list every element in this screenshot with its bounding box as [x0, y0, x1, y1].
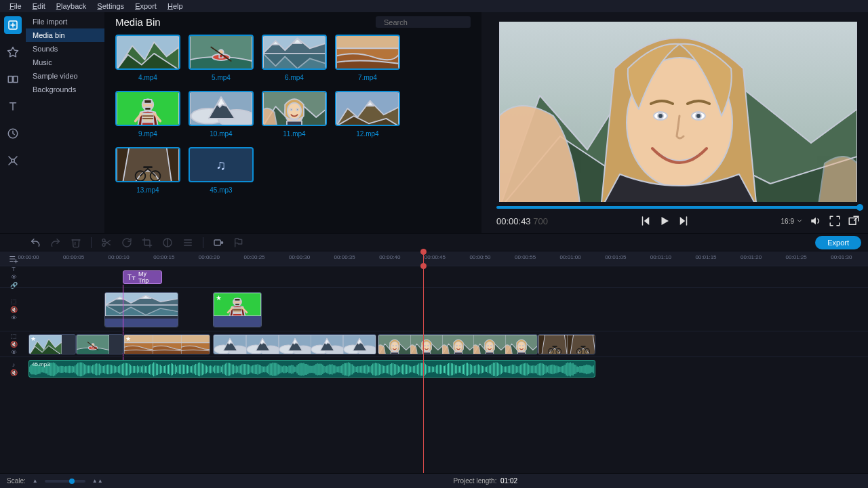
track-header[interactable]: ♪🔇 [0, 357, 27, 380]
preview-seekbar[interactable] [496, 206, 860, 209]
svg-rect-173 [486, 352, 494, 354]
svg-rect-30 [336, 35, 399, 48]
category-item[interactable]: Music [26, 56, 104, 69]
svg-line-12 [9, 162, 12, 165]
zoom-slider[interactable] [45, 480, 85, 483]
aspect-ratio-select[interactable]: 16:9 [781, 218, 803, 225]
next-frame-button[interactable] [677, 215, 690, 227]
playhead[interactable] [423, 266, 424, 473]
overlay-clip[interactable] [104, 292, 178, 327]
time-ruler[interactable]: 00:00:0000:00:0500:00:1000:00:1500:00:20… [27, 251, 868, 266]
volume-icon[interactable] [810, 215, 822, 227]
status-bar: Scale: ▲ ▲▲ Project length: 01:02 [0, 473, 868, 488]
clip-label: 7.mp4 [358, 74, 377, 81]
timeline-toolbar: Export [0, 233, 868, 251]
ruler-tick: 00:01:00 [555, 254, 585, 260]
media-clip[interactable]: 7.mp4 [335, 35, 400, 81]
video-clip[interactable] [213, 334, 376, 354]
svg-rect-4 [8, 77, 12, 83]
video-clip[interactable] [76, 334, 123, 354]
category-item[interactable]: Sample video [26, 69, 104, 83]
svg-marker-3 [8, 47, 18, 57]
ruler-tick: 00:00:30 [285, 254, 315, 260]
svg-line-11 [14, 157, 17, 159]
fullscreen-icon[interactable] [829, 215, 841, 227]
clip-label: 5.mp4 [212, 74, 231, 81]
video-thumb [262, 35, 327, 70]
category-item[interactable]: Sounds [26, 42, 104, 56]
play-button[interactable] [658, 215, 671, 227]
media-clip[interactable]: 9.mp4 [115, 91, 180, 138]
audio-clip[interactable]: 45.mp3 [28, 360, 595, 378]
clip-label: 4.mp4 [138, 74, 157, 81]
svg-rect-50 [287, 121, 302, 126]
search-box[interactable]: ✕ [376, 16, 471, 28]
import-icon[interactable] [4, 16, 22, 34]
menu-settings[interactable]: Settings [93, 2, 128, 10]
redo-icon[interactable] [50, 237, 61, 248]
audio-clip-label: 45.mp3 [32, 361, 50, 367]
export-button[interactable]: Export [815, 236, 861, 249]
media-clip[interactable]: 12.mp4 [335, 91, 400, 138]
detach-preview-icon[interactable] [848, 215, 860, 227]
zoom-out-icon[interactable]: ▲ [33, 478, 38, 484]
overlay-clip[interactable]: ★ [213, 292, 262, 327]
titles-icon[interactable] [4, 98, 22, 115]
track-header[interactable]: T👁🔗 [0, 266, 27, 287]
ruler-tick: 00:00:00 [14, 254, 43, 260]
record-icon[interactable] [213, 237, 224, 248]
menu-help[interactable]: Help [163, 2, 187, 10]
svg-rect-35 [144, 107, 151, 110]
ruler-tick: 00:00:05 [59, 254, 89, 260]
media-clip[interactable]: 10.mp4 [189, 91, 254, 138]
category-item[interactable]: File import [26, 15, 104, 28]
svg-rect-103 [235, 304, 240, 306]
category-item[interactable]: Backgrounds [26, 83, 104, 96]
clip-props-icon[interactable] [182, 237, 193, 248]
marker-icon[interactable] [233, 237, 244, 248]
svg-rect-117 [153, 335, 181, 343]
text-icon: Tᴛ [127, 274, 136, 281]
zoom-in-icon[interactable]: ▲▲ [92, 478, 103, 484]
menu-playback[interactable]: Playback [52, 2, 91, 10]
video-thumb [189, 35, 254, 70]
search-input[interactable] [384, 18, 477, 26]
media-clip[interactable]: 11.mp4 [262, 91, 327, 138]
menu-file[interactable]: File [5, 2, 26, 10]
timeline: T👁🔗⬚🔇👁⬚🔇👁♪🔇 TᴛMy Trip★★★ 45.mp3 [0, 266, 868, 473]
media-clip[interactable]: 6.mp4 [262, 35, 327, 81]
menu-edit[interactable]: Edit [28, 2, 50, 10]
clip-label: 6.mp4 [285, 74, 304, 81]
video-clip[interactable] [378, 334, 538, 354]
stickers-icon[interactable] [4, 125, 22, 142]
video-clip[interactable]: ★ [28, 334, 76, 354]
media-clip[interactable]: 13.mp4 [115, 147, 180, 194]
svg-point-165 [459, 345, 460, 346]
delete-icon[interactable] [71, 237, 81, 248]
media-clip[interactable]: 4.mp4 [115, 35, 180, 81]
split-icon[interactable] [101, 237, 112, 248]
media-clip[interactable]: 5.mp4 [189, 35, 254, 81]
category-item[interactable]: Media bin [26, 28, 104, 42]
video-thumb [335, 35, 400, 70]
video-clip[interactable] [538, 334, 595, 354]
transitions-icon[interactable] [4, 70, 22, 88]
svg-rect-5 [14, 77, 18, 83]
timeline-tracks[interactable]: TᴛMy Trip★★★ 45.mp3 [27, 266, 868, 473]
crop-icon[interactable] [142, 237, 153, 248]
undo-icon[interactable] [30, 237, 41, 248]
video-clip[interactable]: ★ [123, 334, 210, 354]
menu-export[interactable]: Export [131, 2, 161, 10]
svg-point-68 [658, 113, 663, 119]
ruler-tick: 00:00:15 [149, 254, 179, 260]
ruler-tick: 00:00:25 [239, 254, 269, 260]
filters-icon[interactable] [4, 43, 22, 61]
color-adjust-icon[interactable] [162, 237, 173, 248]
track-header[interactable]: ⬚🔇👁 [0, 287, 27, 331]
media-clip[interactable]: ♫45.mp3 [189, 147, 254, 194]
title-clip[interactable]: TᴛMy Trip [123, 270, 162, 284]
prev-frame-button[interactable] [639, 215, 652, 227]
rotate-icon[interactable] [121, 237, 132, 248]
track-header[interactable]: ⬚🔇👁 [0, 331, 27, 357]
more-tools-icon[interactable] [4, 152, 22, 169]
